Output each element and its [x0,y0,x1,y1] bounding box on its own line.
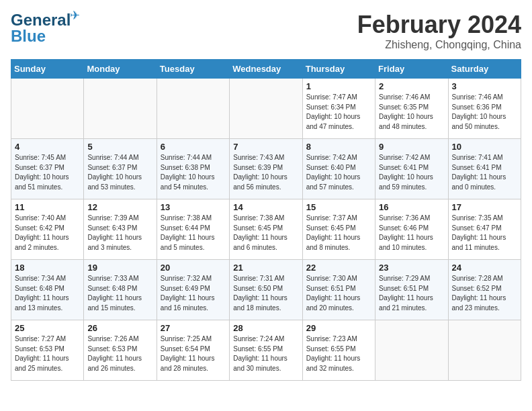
calendar-cell [84,79,157,139]
calendar-week-1: 1Sunrise: 7:47 AMSunset: 6:34 PMDaylight… [11,79,521,139]
logo: General ✈ Blue [11,11,71,46]
weekday-header-tuesday: Tuesday [157,60,229,79]
calendar-cell: 28Sunrise: 7:24 AMSunset: 6:55 PMDayligh… [230,320,302,381]
day-number: 2 [379,81,444,91]
day-info: Sunrise: 7:41 AMSunset: 6:41 PMDaylight:… [452,153,517,192]
day-number: 7 [233,142,298,152]
calendar-cell: 14Sunrise: 7:38 AMSunset: 6:45 PMDayligh… [230,199,302,260]
calendar-cell: 1Sunrise: 7:47 AMSunset: 6:34 PMDaylight… [302,79,375,139]
day-number: 19 [87,263,152,273]
day-info: Sunrise: 7:42 AMSunset: 6:41 PMDaylight:… [379,153,444,192]
day-info: Sunrise: 7:33 AMSunset: 6:48 PMDaylight:… [87,274,152,313]
day-info: Sunrise: 7:30 AMSunset: 6:51 PMDaylight:… [306,274,371,313]
day-info: Sunrise: 7:38 AMSunset: 6:44 PMDaylight:… [161,214,226,253]
day-number: 18 [15,263,80,273]
day-info: Sunrise: 7:45 AMSunset: 6:37 PMDaylight:… [15,153,80,192]
day-info: Sunrise: 7:39 AMSunset: 6:43 PMDaylight:… [87,214,152,253]
header: General ✈ Blue February 2024 Zhisheng, C… [11,11,521,51]
day-number: 21 [233,263,298,273]
calendar-cell: 5Sunrise: 7:44 AMSunset: 6:37 PMDaylight… [84,139,157,199]
day-info: Sunrise: 7:37 AMSunset: 6:45 PMDaylight:… [306,214,371,253]
day-number: 4 [15,142,80,152]
day-number: 27 [161,323,226,333]
day-info: Sunrise: 7:46 AMSunset: 6:36 PMDaylight:… [452,93,517,132]
calendar-cell: 7Sunrise: 7:43 AMSunset: 6:39 PMDaylight… [230,139,302,199]
day-info: Sunrise: 7:35 AMSunset: 6:47 PMDaylight:… [452,214,517,253]
day-info: Sunrise: 7:44 AMSunset: 6:37 PMDaylight:… [87,153,152,192]
calendar-cell [11,79,84,139]
calendar-cell: 26Sunrise: 7:26 AMSunset: 6:53 PMDayligh… [84,320,157,381]
calendar-cell: 24Sunrise: 7:28 AMSunset: 6:52 PMDayligh… [448,260,521,320]
day-info: Sunrise: 7:31 AMSunset: 6:50 PMDaylight:… [233,274,298,313]
day-number: 9 [379,142,444,152]
day-number: 10 [452,142,517,152]
day-number: 11 [15,202,80,212]
day-number: 24 [452,263,517,273]
day-info: Sunrise: 7:42 AMSunset: 6:40 PMDaylight:… [306,153,371,192]
weekday-header-friday: Friday [375,60,448,79]
day-number: 26 [87,323,152,333]
calendar-table: SundayMondayTuesdayWednesdayThursdayFrid… [11,59,521,381]
day-number: 8 [306,142,371,152]
calendar-cell: 29Sunrise: 7:23 AMSunset: 6:55 PMDayligh… [302,320,375,381]
weekday-header-row: SundayMondayTuesdayWednesdayThursdayFrid… [11,60,521,79]
day-number: 23 [379,263,444,273]
day-info: Sunrise: 7:28 AMSunset: 6:52 PMDaylight:… [452,274,517,313]
day-number: 15 [306,202,371,212]
calendar-cell: 21Sunrise: 7:31 AMSunset: 6:50 PMDayligh… [230,260,302,320]
day-number: 3 [452,81,517,91]
title-area: February 2024 Zhisheng, Chongqing, China [357,11,521,51]
calendar-cell: 2Sunrise: 7:46 AMSunset: 6:35 PMDaylight… [375,79,448,139]
calendar-cell: 3Sunrise: 7:46 AMSunset: 6:36 PMDaylight… [448,79,521,139]
calendar-cell: 18Sunrise: 7:34 AMSunset: 6:48 PMDayligh… [11,260,84,320]
day-number: 25 [15,323,80,333]
day-info: Sunrise: 7:46 AMSunset: 6:35 PMDaylight:… [379,93,444,132]
day-info: Sunrise: 7:26 AMSunset: 6:53 PMDaylight:… [87,334,152,373]
day-info: Sunrise: 7:24 AMSunset: 6:55 PMDaylight:… [233,334,298,373]
calendar-cell: 23Sunrise: 7:29 AMSunset: 6:51 PMDayligh… [375,260,448,320]
day-info: Sunrise: 7:29 AMSunset: 6:51 PMDaylight:… [379,274,444,313]
calendar-cell [230,79,302,139]
calendar-cell: 8Sunrise: 7:42 AMSunset: 6:40 PMDaylight… [302,139,375,199]
calendar-cell: 20Sunrise: 7:32 AMSunset: 6:49 PMDayligh… [157,260,229,320]
day-number: 28 [233,323,298,333]
calendar-week-2: 4Sunrise: 7:45 AMSunset: 6:37 PMDaylight… [11,139,521,199]
weekday-header-thursday: Thursday [302,60,375,79]
month-year-title: February 2024 [357,11,521,39]
day-number: 1 [306,81,371,91]
calendar-cell: 11Sunrise: 7:40 AMSunset: 6:42 PMDayligh… [11,199,84,260]
day-info: Sunrise: 7:43 AMSunset: 6:39 PMDaylight:… [233,153,298,192]
day-info: Sunrise: 7:34 AMSunset: 6:48 PMDaylight:… [15,274,80,313]
day-info: Sunrise: 7:23 AMSunset: 6:55 PMDaylight:… [306,334,371,373]
calendar-cell [375,320,448,381]
day-info: Sunrise: 7:44 AMSunset: 6:38 PMDaylight:… [161,153,226,192]
calendar-cell [448,320,521,381]
calendar-cell: 15Sunrise: 7:37 AMSunset: 6:45 PMDayligh… [302,199,375,260]
weekday-header-saturday: Saturday [448,60,521,79]
day-info: Sunrise: 7:47 AMSunset: 6:34 PMDaylight:… [306,93,371,132]
day-number: 17 [452,202,517,212]
calendar-week-3: 11Sunrise: 7:40 AMSunset: 6:42 PMDayligh… [11,199,521,260]
location-subtitle: Zhisheng, Chongqing, China [357,39,521,51]
calendar-cell: 25Sunrise: 7:27 AMSunset: 6:53 PMDayligh… [11,320,84,381]
day-info: Sunrise: 7:32 AMSunset: 6:49 PMDaylight:… [161,274,226,313]
calendar-cell: 6Sunrise: 7:44 AMSunset: 6:38 PMDaylight… [157,139,229,199]
calendar-cell: 9Sunrise: 7:42 AMSunset: 6:41 PMDaylight… [375,139,448,199]
day-info: Sunrise: 7:40 AMSunset: 6:42 PMDaylight:… [15,214,80,253]
day-number: 12 [87,202,152,212]
day-info: Sunrise: 7:36 AMSunset: 6:46 PMDaylight:… [379,214,444,253]
weekday-header-sunday: Sunday [11,60,84,79]
calendar-cell: 22Sunrise: 7:30 AMSunset: 6:51 PMDayligh… [302,260,375,320]
calendar-cell: 16Sunrise: 7:36 AMSunset: 6:46 PMDayligh… [375,199,448,260]
calendar-cell: 4Sunrise: 7:45 AMSunset: 6:37 PMDaylight… [11,139,84,199]
day-number: 13 [161,202,226,212]
logo-bird-icon: ✈ [70,8,80,23]
day-number: 6 [161,142,226,152]
calendar-cell: 17Sunrise: 7:35 AMSunset: 6:47 PMDayligh… [448,199,521,260]
logo-general: General [11,11,71,29]
calendar-cell [157,79,229,139]
day-info: Sunrise: 7:27 AMSunset: 6:53 PMDaylight:… [15,334,80,373]
calendar-week-4: 18Sunrise: 7:34 AMSunset: 6:48 PMDayligh… [11,260,521,320]
calendar-cell: 10Sunrise: 7:41 AMSunset: 6:41 PMDayligh… [448,139,521,199]
logo-blue: Blue [11,27,46,46]
